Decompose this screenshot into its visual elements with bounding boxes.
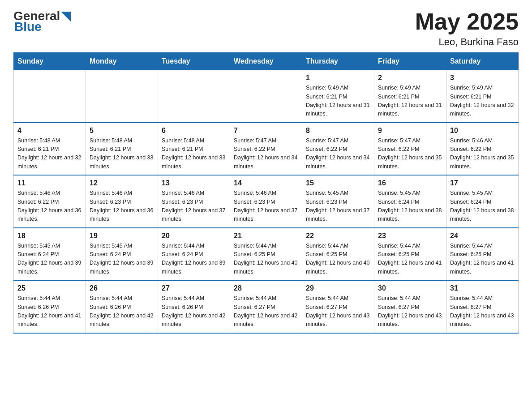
day-number: 2 <box>378 74 442 82</box>
day-number: 12 <box>90 179 154 187</box>
day-info: Sunrise: 5:47 AMSunset: 6:22 PMDaylight:… <box>378 137 442 171</box>
day-info: Sunrise: 5:44 AMSunset: 6:26 PMDaylight:… <box>162 294 226 329</box>
day-number: 27 <box>162 284 226 292</box>
calendar-cell: 19Sunrise: 5:45 AMSunset: 6:24 PMDayligh… <box>86 228 158 281</box>
logo-triangle-icon <box>61 12 71 21</box>
calendar-header-saturday: Saturday <box>446 53 519 70</box>
calendar-cell: 27Sunrise: 5:44 AMSunset: 6:26 PMDayligh… <box>158 280 230 333</box>
calendar-cell: 23Sunrise: 5:44 AMSunset: 6:25 PMDayligh… <box>374 228 446 281</box>
calendar-cell <box>158 70 230 123</box>
day-number: 22 <box>306 232 370 240</box>
day-number: 25 <box>17 284 82 292</box>
calendar-cell: 2Sunrise: 5:49 AMSunset: 6:21 PMDaylight… <box>374 70 446 123</box>
page-subtitle: Leo, Burkina Faso <box>415 36 519 48</box>
day-info: Sunrise: 5:44 AMSunset: 6:25 PMDaylight:… <box>306 242 370 277</box>
page-title: May 2025 <box>415 9 519 34</box>
day-number: 7 <box>234 127 298 135</box>
day-info: Sunrise: 5:44 AMSunset: 6:26 PMDaylight:… <box>17 294 82 329</box>
calendar-header-thursday: Thursday <box>302 53 374 70</box>
calendar-cell: 4Sunrise: 5:48 AMSunset: 6:21 PMDaylight… <box>14 123 86 176</box>
day-number: 24 <box>450 232 515 240</box>
day-number: 6 <box>162 127 226 135</box>
calendar-week-row: 1Sunrise: 5:49 AMSunset: 6:21 PMDaylight… <box>14 70 519 123</box>
calendar-cell: 29Sunrise: 5:44 AMSunset: 6:27 PMDayligh… <box>302 280 374 333</box>
day-number: 8 <box>306 127 370 135</box>
day-number: 31 <box>450 284 515 292</box>
calendar-header-row: SundayMondayTuesdayWednesdayThursdayFrid… <box>14 53 519 70</box>
day-number: 21 <box>234 232 298 240</box>
day-info: Sunrise: 5:44 AMSunset: 6:27 PMDaylight:… <box>450 294 515 329</box>
calendar-cell: 15Sunrise: 5:45 AMSunset: 6:23 PMDayligh… <box>302 175 374 228</box>
calendar-cell: 18Sunrise: 5:45 AMSunset: 6:24 PMDayligh… <box>14 228 86 281</box>
day-number: 18 <box>17 232 82 240</box>
day-number: 3 <box>450 74 515 82</box>
day-number: 13 <box>162 179 226 187</box>
day-number: 15 <box>306 179 370 187</box>
day-number: 23 <box>378 232 442 240</box>
day-info: Sunrise: 5:44 AMSunset: 6:24 PMDaylight:… <box>162 242 226 277</box>
calendar-cell: 3Sunrise: 5:49 AMSunset: 6:21 PMDaylight… <box>446 70 519 123</box>
day-info: Sunrise: 5:47 AMSunset: 6:22 PMDaylight:… <box>234 137 298 171</box>
day-info: Sunrise: 5:44 AMSunset: 6:25 PMDaylight:… <box>450 242 515 277</box>
title-block: May 2025 Leo, Burkina Faso <box>415 9 519 48</box>
day-number: 11 <box>17 179 82 187</box>
calendar-cell: 7Sunrise: 5:47 AMSunset: 6:22 PMDaylight… <box>230 123 302 176</box>
calendar-cell: 8Sunrise: 5:47 AMSunset: 6:22 PMDaylight… <box>302 123 374 176</box>
day-number: 28 <box>234 284 298 292</box>
calendar-cell: 6Sunrise: 5:48 AMSunset: 6:21 PMDaylight… <box>158 123 230 176</box>
day-info: Sunrise: 5:45 AMSunset: 6:24 PMDaylight:… <box>90 242 154 277</box>
calendar-cell: 9Sunrise: 5:47 AMSunset: 6:22 PMDaylight… <box>374 123 446 176</box>
calendar-table: SundayMondayTuesdayWednesdayThursdayFrid… <box>13 52 519 334</box>
calendar-cell: 26Sunrise: 5:44 AMSunset: 6:26 PMDayligh… <box>86 280 158 333</box>
day-number: 29 <box>306 284 370 292</box>
calendar-cell: 14Sunrise: 5:46 AMSunset: 6:23 PMDayligh… <box>230 175 302 228</box>
calendar-cell: 16Sunrise: 5:45 AMSunset: 6:24 PMDayligh… <box>374 175 446 228</box>
calendar-cell <box>230 70 302 123</box>
day-info: Sunrise: 5:46 AMSunset: 6:22 PMDaylight:… <box>450 137 515 171</box>
calendar-header-friday: Friday <box>374 53 446 70</box>
calendar-header-sunday: Sunday <box>14 53 86 70</box>
day-info: Sunrise: 5:44 AMSunset: 6:27 PMDaylight:… <box>378 294 442 329</box>
logo-blue-text: Blue <box>14 20 42 34</box>
calendar-cell: 30Sunrise: 5:44 AMSunset: 6:27 PMDayligh… <box>374 280 446 333</box>
day-info: Sunrise: 5:49 AMSunset: 6:21 PMDaylight:… <box>378 84 442 119</box>
day-number: 5 <box>90 127 154 135</box>
calendar-cell: 28Sunrise: 5:44 AMSunset: 6:27 PMDayligh… <box>230 280 302 333</box>
day-number: 19 <box>90 232 154 240</box>
calendar-cell <box>14 70 86 123</box>
day-info: Sunrise: 5:44 AMSunset: 6:25 PMDaylight:… <box>234 242 298 277</box>
calendar-cell: 5Sunrise: 5:48 AMSunset: 6:21 PMDaylight… <box>86 123 158 176</box>
day-number: 26 <box>90 284 154 292</box>
calendar-cell: 13Sunrise: 5:46 AMSunset: 6:23 PMDayligh… <box>158 175 230 228</box>
day-info: Sunrise: 5:46 AMSunset: 6:23 PMDaylight:… <box>162 189 226 224</box>
calendar-cell: 31Sunrise: 5:44 AMSunset: 6:27 PMDayligh… <box>446 280 519 333</box>
day-info: Sunrise: 5:46 AMSunset: 6:23 PMDaylight:… <box>90 189 154 224</box>
day-number: 4 <box>17 127 82 135</box>
calendar-cell: 10Sunrise: 5:46 AMSunset: 6:22 PMDayligh… <box>446 123 519 176</box>
day-number: 17 <box>450 179 515 187</box>
day-number: 30 <box>378 284 442 292</box>
day-info: Sunrise: 5:49 AMSunset: 6:21 PMDaylight:… <box>306 84 370 119</box>
calendar-cell: 11Sunrise: 5:46 AMSunset: 6:22 PMDayligh… <box>14 175 86 228</box>
calendar-header-tuesday: Tuesday <box>158 53 230 70</box>
day-info: Sunrise: 5:44 AMSunset: 6:25 PMDaylight:… <box>378 242 442 277</box>
day-info: Sunrise: 5:44 AMSunset: 6:27 PMDaylight:… <box>234 294 298 329</box>
calendar-cell: 1Sunrise: 5:49 AMSunset: 6:21 PMDaylight… <box>302 70 374 123</box>
day-number: 1 <box>306 74 370 82</box>
calendar-week-row: 18Sunrise: 5:45 AMSunset: 6:24 PMDayligh… <box>14 228 519 281</box>
day-info: Sunrise: 5:44 AMSunset: 6:26 PMDaylight:… <box>90 294 154 329</box>
day-info: Sunrise: 5:46 AMSunset: 6:23 PMDaylight:… <box>234 189 298 224</box>
day-info: Sunrise: 5:46 AMSunset: 6:22 PMDaylight:… <box>17 189 82 224</box>
day-number: 16 <box>378 179 442 187</box>
day-info: Sunrise: 5:47 AMSunset: 6:22 PMDaylight:… <box>306 137 370 171</box>
logo: General Blue <box>13 9 71 34</box>
day-info: Sunrise: 5:48 AMSunset: 6:21 PMDaylight:… <box>17 137 82 171</box>
day-number: 20 <box>162 232 226 240</box>
day-info: Sunrise: 5:48 AMSunset: 6:21 PMDaylight:… <box>90 137 154 171</box>
svg-marker-0 <box>61 12 71 21</box>
day-info: Sunrise: 5:48 AMSunset: 6:21 PMDaylight:… <box>162 137 226 171</box>
day-info: Sunrise: 5:45 AMSunset: 6:24 PMDaylight:… <box>450 189 515 224</box>
day-info: Sunrise: 5:45 AMSunset: 6:24 PMDaylight:… <box>17 242 82 277</box>
day-number: 9 <box>378 127 442 135</box>
calendar-cell <box>86 70 158 123</box>
